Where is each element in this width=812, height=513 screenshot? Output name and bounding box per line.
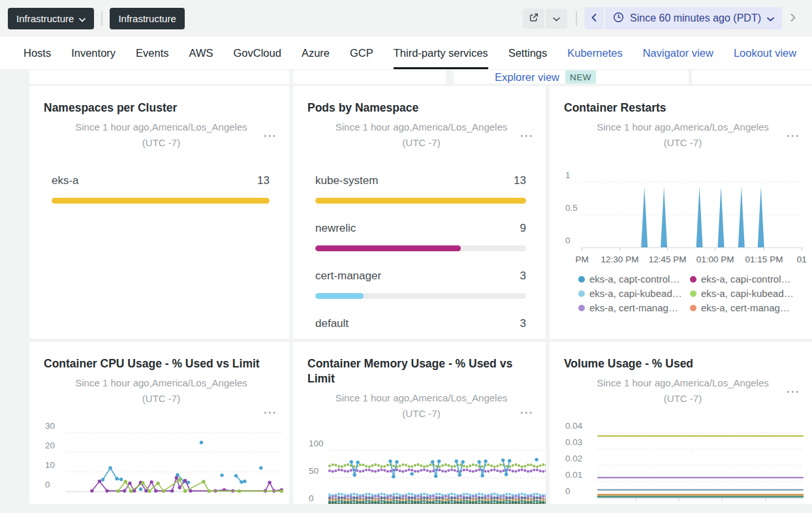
more-menu-icon[interactable]: ⋯	[516, 405, 537, 420]
panel-subtitle: Since 1 hour ago,America/Los_Angeles (UT…	[307, 390, 535, 422]
bar-label: eks-a	[52, 174, 79, 187]
bar-value: 9	[520, 222, 526, 235]
more-menu-icon[interactable]: ⋯	[259, 405, 281, 420]
popout-icon	[529, 12, 539, 25]
more-menu-icon[interactable]: ⋯	[516, 128, 537, 144]
svg-text:50: 50	[309, 466, 319, 476]
more-menu-icon[interactable]: ⋯	[782, 384, 804, 399]
tab-hosts[interactable]: Hosts	[23, 37, 51, 69]
panel-subtitle: Since 1 hour ago,America/Los_Angeles (UT…	[564, 375, 802, 407]
legend-item[interactable]: eks-a, capi-control…	[690, 273, 802, 285]
bar-value: 13	[257, 174, 270, 187]
bar-label: default	[315, 317, 349, 330]
bar-value: 13	[514, 174, 526, 187]
infrastructure-dropdown-label: Infrastructure	[16, 13, 74, 24]
card-edge	[29, 70, 289, 84]
svg-text:01:00 PM: 01:00 PM	[696, 255, 734, 264]
legend-color-dot	[578, 276, 585, 283]
legend-item[interactable]: eks-a, capi-kubead…	[578, 288, 690, 299]
infrastructure-dropdown-button[interactable]: Infrastructure	[8, 8, 94, 29]
svg-text:01:15 PM: 01:15 PM	[745, 255, 783, 264]
divider	[576, 11, 577, 25]
panel-volume-usage: Volume Usage - % Used Since 1 hour ago,A…	[550, 342, 812, 504]
legend-label: eks-a, cert-manag…	[701, 302, 790, 313]
time-forward-button[interactable]	[783, 7, 803, 29]
tab-kubernetes[interactable]: Kubernetes	[567, 37, 622, 69]
bar-fill	[52, 198, 270, 204]
svg-text:01: 01	[797, 255, 807, 264]
more-menu-icon[interactable]: ⋯	[782, 128, 804, 144]
panel-namespaces-per-cluster: Namespaces per Cluster Since 1 hour ago,…	[29, 86, 289, 339]
restarts-spike-chart: 10.50PM12:30 PM12:45 PM01:00 PM01:15 PM0…	[564, 168, 808, 267]
bar-row-cert-manager: cert-manager 3	[315, 270, 526, 299]
svg-text:10: 10	[45, 460, 55, 470]
svg-text:0: 0	[45, 480, 50, 490]
legend-label: eks-a, cert-manag…	[589, 302, 678, 313]
legend-item[interactable]: eks-a, cert-manag…	[578, 302, 690, 313]
panel-subtitle: Since 1 hour ago,America/Los_Angeles (UT…	[307, 119, 535, 151]
tab-aws[interactable]: AWS	[189, 37, 213, 69]
svg-text:30: 30	[45, 421, 55, 431]
export-options-dropdown[interactable]	[546, 8, 567, 29]
panel-container-memory-usage: Container Memory Usage - % Used vs Limit…	[293, 342, 546, 504]
svg-text:0.5: 0.5	[565, 203, 578, 213]
svg-text:0.03: 0.03	[565, 437, 582, 447]
memory-line-chart: 100500	[307, 435, 546, 504]
svg-text:PM: PM	[576, 255, 589, 264]
tab-settings[interactable]: Settings	[508, 37, 548, 69]
bar-track	[315, 198, 526, 204]
card-edge	[692, 70, 812, 84]
open-in-new-window-button[interactable]	[523, 8, 544, 29]
cpu-line-chart: 3020100	[44, 420, 288, 504]
legend-item[interactable]: eks-a, capt-control…	[578, 273, 690, 285]
svg-text:0: 0	[565, 486, 570, 496]
panel-title: Pods by Namespace	[307, 101, 535, 116]
legend-item[interactable]: eks-a, capi-kubead…	[690, 288, 802, 299]
chevron-right-icon	[790, 14, 796, 23]
svg-text:0.01: 0.01	[565, 470, 582, 480]
bar-row-kube-system: kube-system 13	[315, 174, 526, 204]
legend-label: eks-a, capi-control…	[701, 273, 791, 285]
infrastructure-breadcrumb-pill[interactable]: Infrastructure	[110, 8, 184, 29]
legend-item[interactable]: eks-a, cert-manag…	[690, 302, 802, 313]
tab-explorer-view[interactable]: Explorer view	[495, 71, 559, 84]
tab-govcloud[interactable]: GovCloud	[234, 37, 281, 69]
panel-container-restarts: Container Restarts Since 1 hour ago,Amer…	[550, 86, 812, 339]
time-range-picker[interactable]: Since 60 minutes ago (PDT)	[605, 7, 782, 29]
legend-color-dot	[578, 305, 585, 311]
card-edge	[293, 70, 446, 84]
bar-fill	[315, 293, 364, 299]
infrastructure-dashboard: Infrastructure Infrastructure	[0, 0, 812, 513]
explorer-view-row: Explorer view NEW	[495, 69, 596, 85]
svg-text:1: 1	[565, 170, 570, 180]
panel-title: Container CPU Usage - % Used vs Limit	[44, 356, 279, 371]
panel-title: Namespaces per Cluster	[44, 101, 279, 116]
svg-text:0.04: 0.04	[565, 421, 583, 431]
svg-text:12:30 PM: 12:30 PM	[601, 255, 639, 264]
more-menu-icon[interactable]: ⋯	[259, 128, 281, 144]
chevron-down-icon	[553, 14, 560, 23]
tab-events[interactable]: Events	[136, 37, 168, 69]
bar-label: kube-system	[315, 174, 378, 187]
bar-track	[315, 293, 526, 299]
bar-row-newrelic: newrelic 9	[315, 222, 526, 251]
tab-gcp[interactable]: GCP	[350, 37, 373, 69]
chevron-left-icon	[591, 14, 597, 23]
legend-label: eks-a, capi-kubead…	[701, 288, 794, 299]
tab-azure[interactable]: Azure	[302, 37, 330, 69]
top-bar: Infrastructure Infrastructure	[0, 0, 812, 37]
time-back-button[interactable]	[584, 7, 604, 29]
bar-track	[52, 198, 270, 204]
volume-line-chart: 0.040.030.020.010	[564, 419, 808, 504]
bar-fill	[315, 198, 526, 204]
tab-inventory[interactable]: Inventory	[71, 37, 116, 69]
bar-value: 3	[520, 317, 526, 330]
tab-navigator-view[interactable]: Navigator view	[643, 37, 713, 69]
tab-bar: HostsInventoryEventsAWSGovCloudAzureGCPT…	[0, 37, 812, 69]
panel-subtitle: Since 1 hour ago,America/Los_Angeles (UT…	[564, 119, 802, 151]
chevron-down-icon	[79, 13, 86, 24]
panel-title: Volume Usage - % Used	[564, 356, 802, 371]
legend-color-dot	[690, 276, 696, 283]
tab-third-party-services[interactable]: Third-party services	[394, 37, 488, 69]
tab-lookout-view[interactable]: Lookout view	[734, 37, 796, 69]
